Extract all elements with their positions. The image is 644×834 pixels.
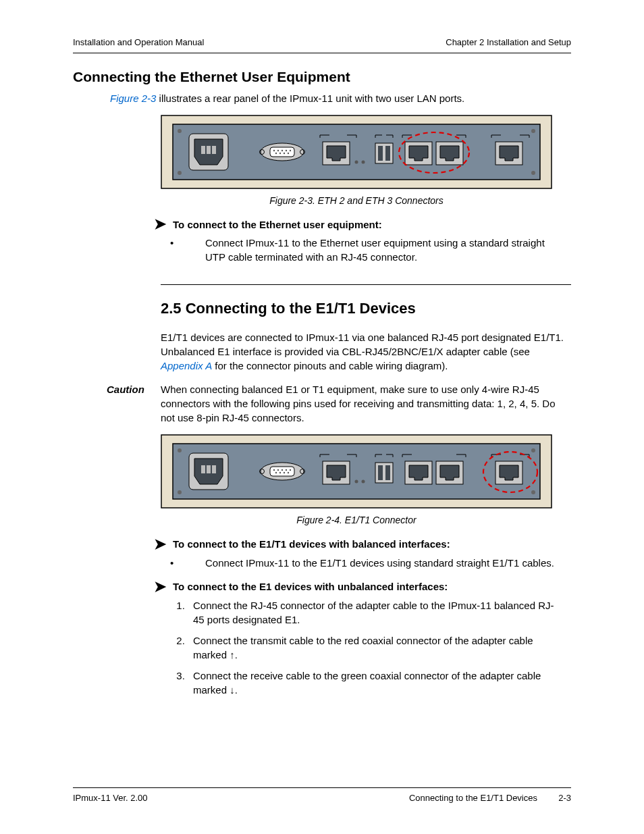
svg-point-16	[290, 149, 291, 151]
svg-point-15	[286, 149, 287, 151]
figure-2-3-caption: Figure 2-3. ETH 2 and ETH 3 Connectors	[161, 194, 552, 208]
footer-center: Connecting to the E1/T1 Devices	[409, 792, 537, 804]
para-text-2: for the connector pinouts and cable wiri…	[212, 360, 448, 371]
section-rule	[161, 284, 571, 285]
svg-point-3	[531, 129, 535, 133]
procedure-heading-balanced: ➤ To connect to the E1/T1 devices with b…	[154, 537, 571, 552]
procedure-arrow-icon: ➤	[154, 579, 166, 594]
svg-rect-27	[378, 146, 383, 161]
svg-point-50	[275, 472, 277, 473]
step-text: Connect the receive cable to the green c…	[193, 670, 541, 696]
svg-point-52	[284, 472, 285, 473]
header-rule	[73, 53, 571, 53]
svg-rect-7	[201, 146, 205, 154]
caution-label: Caution	[107, 382, 161, 425]
svg-rect-11	[270, 147, 294, 157]
svg-point-51	[279, 472, 281, 473]
figure-2-4: Figure 2-4. E1/T1 Connector	[161, 434, 552, 527]
svg-point-17	[275, 152, 277, 153]
caution-text: When connecting balanced E1 or T1 equipm…	[161, 382, 564, 425]
procedure-heading-ethernet: ➤ To connect to the Ethernet user equipm…	[154, 217, 571, 232]
procedure-heading-text: To connect to the Ethernet user equipmen…	[173, 217, 382, 232]
figure-2-3-link[interactable]: Figure 2-3	[110, 93, 156, 104]
svg-rect-59	[375, 463, 393, 483]
device-rear-panel-eth-icon	[161, 115, 552, 189]
caution-block: Caution When connecting balanced E1 or T…	[107, 382, 564, 425]
svg-point-5	[531, 171, 535, 175]
svg-point-24	[355, 160, 358, 163]
para-text-1: E1/T1 devices are connected to IPmux-11 …	[161, 332, 564, 357]
procedure-unbalanced-list: Connect the RJ-45 connector of the adapt…	[188, 598, 564, 697]
svg-rect-8	[207, 146, 211, 154]
svg-rect-41	[207, 465, 211, 473]
svg-rect-60	[378, 465, 383, 480]
list-item: Connect the receive cable to the green c…	[188, 669, 564, 697]
header-right: Chapter 2 Installation and Setup	[446, 36, 571, 49]
svg-rect-40	[201, 465, 205, 473]
svg-point-58	[362, 479, 365, 483]
section-2-5-paragraph: E1/T1 devices are connected to IPmux-11 …	[161, 330, 564, 373]
svg-rect-9	[212, 146, 216, 154]
procedure-arrow-icon: ➤	[154, 537, 166, 552]
procedure-heading-unbalanced: ➤ To connect to the E1 devices with unba…	[154, 579, 571, 594]
list-item: Connect IPmux-11 to the E1/T1 devices us…	[188, 556, 564, 570]
footer-left: IPmux-11 Ver. 2.00	[73, 792, 148, 804]
device-rear-panel-e1t1-icon	[161, 434, 552, 509]
svg-point-18	[279, 152, 281, 153]
svg-rect-42	[212, 465, 216, 473]
svg-point-49	[290, 469, 291, 471]
procedure-heading-text: To connect to the E1 devices with unbala…	[173, 579, 448, 594]
svg-point-57	[355, 479, 358, 483]
footer-rule	[73, 787, 571, 788]
svg-point-37	[178, 490, 182, 494]
svg-point-48	[286, 469, 287, 471]
procedure-ethernet-list: Connect IPmux-11 to the Ethernet user eq…	[188, 236, 564, 264]
procedure-heading-text: To connect to the E1/T1 devices with bal…	[173, 537, 450, 551]
step-text: Connect the transmit cable to the red co…	[193, 635, 533, 660]
svg-point-19	[284, 152, 285, 153]
heading-connecting-ethernet: Connecting the Ethernet User Equipment	[73, 67, 571, 86]
page-header: Installation and Operation Manual Chapte…	[73, 36, 571, 49]
page-footer: IPmux-11 Ver. 2.00 Connecting to the E1/…	[73, 792, 571, 804]
heading-2-5: 2.5 Connecting to the E1/T1 Devices	[161, 298, 571, 319]
step-text-tail: .	[235, 649, 238, 660]
svg-point-20	[288, 152, 289, 153]
intro-text: illustrates a rear panel of the IPmux-11…	[156, 93, 464, 104]
footer-right: 2-3	[558, 792, 571, 804]
svg-rect-26	[375, 143, 393, 163]
list-item: Connect the RJ-45 connector of the adapt…	[188, 598, 564, 627]
svg-point-36	[531, 448, 535, 452]
figure-2-3: Figure 2-3. ETH 2 and ETH 3 Connectors	[161, 115, 552, 208]
list-item: Connect IPmux-11 to the Ethernet user eq…	[188, 236, 564, 264]
figure-2-4-caption: Figure 2-4. E1/T1 Connector	[161, 514, 552, 527]
svg-rect-28	[385, 146, 390, 161]
svg-point-47	[281, 469, 283, 471]
svg-rect-44	[270, 467, 294, 476]
svg-point-4	[178, 171, 182, 175]
list-item: Connect the transmit cable to the red co…	[188, 633, 564, 662]
svg-point-46	[277, 469, 279, 471]
svg-point-38	[531, 490, 535, 494]
svg-point-53	[288, 472, 289, 473]
up-arrow-icon: ↑	[230, 649, 235, 660]
procedure-arrow-icon: ➤	[154, 217, 166, 232]
appendix-a-link[interactable]: Appendix A	[161, 360, 212, 371]
svg-point-25	[362, 160, 365, 163]
header-left: Installation and Operation Manual	[73, 36, 204, 49]
step-text-tail: .	[235, 684, 238, 696]
down-arrow-icon: ↓	[230, 684, 235, 696]
svg-point-35	[178, 448, 182, 452]
svg-point-12	[273, 149, 275, 151]
svg-rect-61	[385, 465, 390, 480]
procedure-balanced-list: Connect IPmux-11 to the E1/T1 devices us…	[188, 556, 564, 570]
svg-point-45	[273, 469, 275, 471]
svg-point-14	[281, 149, 283, 151]
svg-point-2	[178, 129, 182, 133]
svg-point-13	[277, 149, 279, 151]
intro-paragraph: Figure 2-3 illustrates a rear panel of t…	[110, 91, 571, 105]
